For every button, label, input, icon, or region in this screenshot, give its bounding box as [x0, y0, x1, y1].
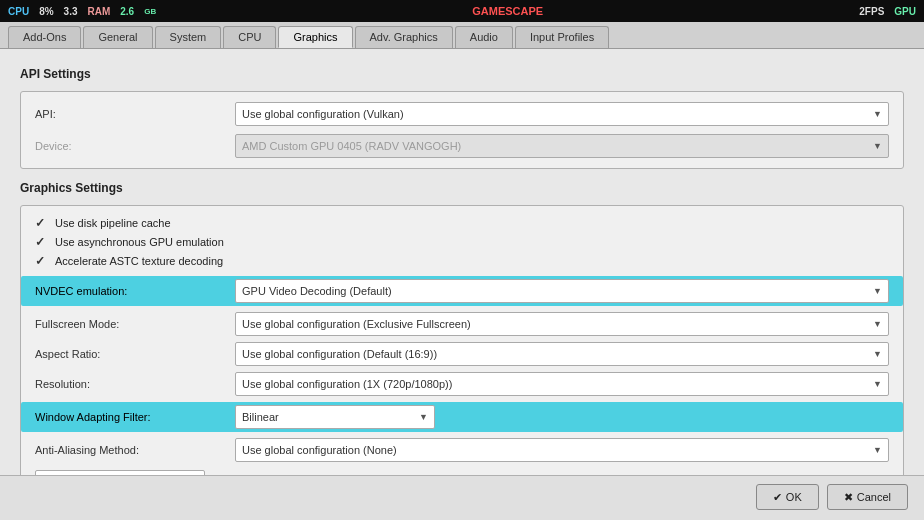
tab-audio[interactable]: Audio: [455, 26, 513, 48]
fullscreen-dropdown[interactable]: Use global configuration (Exclusive Full…: [235, 312, 889, 336]
api-row: API: Use global configuration (Vulkan) ▼: [35, 102, 889, 126]
window-filter-label: Window Adapting Filter:: [35, 411, 235, 423]
fullscreen-dropdown-arrow: ▼: [873, 319, 882, 329]
check-disk-pipeline-icon: ✓: [35, 216, 49, 230]
tab-cpu[interactable]: CPU: [223, 26, 276, 48]
window-filter-dropdown-arrow: ▼: [419, 412, 428, 422]
system-bar: CPU 8% 3.3 RAM 2.6 GB GAMESCAPE 2FPS GPU: [0, 0, 924, 22]
anti-alias-dropdown-arrow: ▼: [873, 445, 882, 455]
cancel-button[interactable]: ✖ Cancel: [827, 484, 908, 510]
api-value: Use global configuration (Vulkan): [242, 108, 404, 120]
nvdec-dropdown-arrow: ▼: [873, 286, 882, 296]
window-filter-value: Bilinear: [242, 411, 279, 423]
device-value: AMD Custom GPU 0405 (RADV VANGOGH): [242, 140, 461, 152]
cpu-pct: 8%: [39, 6, 53, 17]
nvdec-row: NVDEC emulation: GPU Video Decoding (Def…: [21, 276, 903, 306]
api-label: API:: [35, 108, 235, 120]
tab-system[interactable]: System: [155, 26, 222, 48]
anti-alias-row: Anti-Aliasing Method: Use global configu…: [35, 438, 889, 462]
fps-display: 2FPS: [859, 6, 884, 17]
ram-label: RAM: [87, 6, 110, 17]
check-async-gpu-icon: ✓: [35, 235, 49, 249]
nvdec-value: GPU Video Decoding (Default): [242, 285, 392, 297]
checkboxes-area: ✓ Use disk pipeline cache ✓ Use asynchro…: [35, 216, 889, 268]
resolution-row: Resolution: Use global configuration (1X…: [35, 372, 889, 396]
api-dropdown-arrow: ▼: [873, 109, 882, 119]
content-area: API Settings API: Use global configurati…: [0, 49, 924, 475]
cancel-label: Cancel: [857, 491, 891, 503]
tab-add-ons[interactable]: Add-Ons: [8, 26, 81, 48]
tab-bar: Add-Ons General System CPU Graphics Adv.…: [0, 22, 924, 49]
nvdec-label: NVDEC emulation:: [35, 285, 235, 297]
aspect-value: Use global configuration (Default (16:9)…: [242, 348, 437, 360]
ram-val: 2.6: [120, 6, 134, 17]
device-dropdown-arrow: ▼: [873, 141, 882, 151]
aspect-dropdown[interactable]: Use global configuration (Default (16:9)…: [235, 342, 889, 366]
api-settings-box: API: Use global configuration (Vulkan) ▼…: [20, 91, 904, 169]
window-filter-row: Window Adapting Filter: Bilinear ▼: [21, 402, 903, 432]
tab-general[interactable]: General: [83, 26, 152, 48]
check-astc-icon: ✓: [35, 254, 49, 268]
api-dropdown[interactable]: Use global configuration (Vulkan) ▼: [235, 102, 889, 126]
fullscreen-row: Fullscreen Mode: Use global configuratio…: [35, 312, 889, 336]
checkbox-astc-label[interactable]: Accelerate ASTC texture decoding: [55, 255, 223, 267]
tab-input-profiles[interactable]: Input Profiles: [515, 26, 609, 48]
footer: ✔ OK ✖ Cancel: [0, 475, 924, 520]
anti-alias-value: Use global configuration (None): [242, 444, 397, 456]
graphics-section-header: Graphics Settings: [20, 181, 904, 195]
gpu-label: GPU: [894, 6, 916, 17]
tab-graphics[interactable]: Graphics: [278, 26, 352, 48]
graphics-settings-box: ✓ Use disk pipeline cache ✓ Use asynchro…: [20, 205, 904, 475]
ok-icon: ✔: [773, 491, 782, 504]
tab-adv-graphics[interactable]: Adv. Graphics: [355, 26, 453, 48]
checkbox-async-gpu-label[interactable]: Use asynchronous GPU emulation: [55, 236, 224, 248]
device-dropdown: AMD Custom GPU 0405 (RADV VANGOGH) ▼: [235, 134, 889, 158]
cancel-icon: ✖: [844, 491, 853, 504]
resolution-label: Resolution:: [35, 378, 235, 390]
ok-button[interactable]: ✔ OK: [756, 484, 819, 510]
fullscreen-label: Fullscreen Mode:: [35, 318, 235, 330]
resolution-dropdown-arrow: ▼: [873, 379, 882, 389]
resolution-value: Use global configuration (1X (720p/1080p…: [242, 378, 452, 390]
ok-label: OK: [786, 491, 802, 503]
device-label: Device:: [35, 140, 235, 152]
fullscreen-value: Use global configuration (Exclusive Full…: [242, 318, 471, 330]
aspect-row: Aspect Ratio: Use global configuration (…: [35, 342, 889, 366]
anti-alias-label: Anti-Aliasing Method:: [35, 444, 235, 456]
aspect-label: Aspect Ratio:: [35, 348, 235, 360]
app-title: GAMESCAPE: [166, 5, 849, 17]
resolution-dropdown[interactable]: Use global configuration (1X (720p/1080p…: [235, 372, 889, 396]
checkbox-async-gpu: ✓ Use asynchronous GPU emulation: [35, 235, 889, 249]
checkbox-disk-pipeline: ✓ Use disk pipeline cache: [35, 216, 889, 230]
anti-alias-dropdown[interactable]: Use global configuration (None) ▼: [235, 438, 889, 462]
window-filter-dropdown[interactable]: Bilinear ▼: [235, 405, 435, 429]
device-row: Device: AMD Custom GPU 0405 (RADV VANGOG…: [35, 134, 889, 158]
checkbox-disk-pipeline-label[interactable]: Use disk pipeline cache: [55, 217, 171, 229]
cpu-label: CPU: [8, 6, 29, 17]
nvdec-dropdown[interactable]: GPU Video Decoding (Default) ▼: [235, 279, 889, 303]
checkbox-astc: ✓ Accelerate ASTC texture decoding: [35, 254, 889, 268]
cpu-freq: 3.3: [64, 6, 78, 17]
main-dialog: Add-Ons General System CPU Graphics Adv.…: [0, 22, 924, 520]
ram-unit: GB: [144, 7, 156, 16]
api-section-header: API Settings: [20, 67, 904, 81]
aspect-dropdown-arrow: ▼: [873, 349, 882, 359]
